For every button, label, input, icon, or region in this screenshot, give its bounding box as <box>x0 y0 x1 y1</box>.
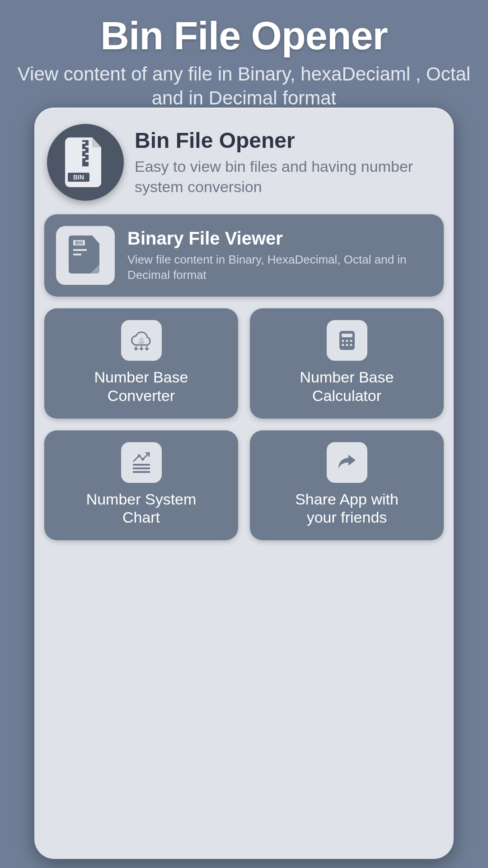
svg-rect-6 <box>85 160 89 162</box>
tile-label: Share App with your friends <box>295 490 399 527</box>
svg-rect-4 <box>85 153 89 155</box>
cloud-binary-icon: 10 010 <box>121 320 162 361</box>
file-bin-icon: BIN <box>56 226 115 285</box>
tile-label: Number Base Converter <box>94 368 188 405</box>
svg-rect-15 <box>342 334 352 337</box>
tile-number-base-calculator[interactable]: Number Base Calculator <box>250 308 444 419</box>
app-tagline: Easy to view bin files and having number… <box>135 156 441 196</box>
svg-point-19 <box>342 344 344 346</box>
share-icon <box>327 442 367 483</box>
svg-point-21 <box>350 344 352 346</box>
svg-rect-3 <box>82 149 85 151</box>
hero: Bin File Opener View content of any file… <box>0 0 488 110</box>
feature-text: Binary File Viewer View file content in … <box>127 228 432 283</box>
tile-share-app[interactable]: Share App with your friends <box>250 430 444 541</box>
chart-icon <box>121 442 162 483</box>
app-icon: BIN <box>47 124 124 201</box>
hero-title: Bin File Opener <box>0 13 488 59</box>
hero-subtitle: View content of any file in Binary, hexa… <box>0 62 488 110</box>
app-name: Bin File Opener <box>135 128 441 153</box>
svg-rect-24 <box>133 471 150 473</box>
calculator-icon <box>327 320 367 361</box>
svg-point-25 <box>138 454 141 457</box>
feature-binary-file-viewer[interactable]: BIN Binary File Viewer View file content… <box>44 214 444 297</box>
svg-rect-22 <box>133 464 150 466</box>
svg-point-16 <box>342 340 344 342</box>
svg-point-26 <box>141 458 144 461</box>
app-header-text: Bin File Opener Easy to view bin files a… <box>135 128 441 196</box>
svg-text:010: 010 <box>139 341 144 344</box>
bin-file-icon: BIN <box>65 137 106 187</box>
tile-grid: 10 010 Number Base Converter <box>44 308 444 540</box>
svg-rect-2 <box>85 146 89 147</box>
svg-rect-5 <box>82 156 85 158</box>
svg-point-20 <box>346 344 348 346</box>
svg-rect-10 <box>73 249 87 251</box>
tile-number-system-chart[interactable]: Number System Chart <box>44 430 238 541</box>
feature-title: Binary File Viewer <box>127 228 432 249</box>
feature-subtitle: View file content in Binary, HexaDecimal… <box>127 252 432 283</box>
app-header: BIN Bin File Opener Easy to view bin fil… <box>44 121 444 214</box>
svg-text:10: 10 <box>140 338 143 341</box>
svg-text:BIN: BIN <box>75 241 83 245</box>
svg-rect-11 <box>73 254 81 255</box>
svg-rect-23 <box>133 467 150 469</box>
tile-label: Number System Chart <box>86 490 197 527</box>
svg-point-17 <box>346 340 348 342</box>
bin-badge-text: BIN <box>73 174 84 181</box>
main-card: BIN Bin File Opener Easy to view bin fil… <box>34 108 454 859</box>
svg-point-18 <box>350 340 352 342</box>
svg-rect-1 <box>82 142 85 144</box>
tile-label: Number Base Calculator <box>300 368 394 405</box>
tile-number-base-converter[interactable]: 10 010 Number Base Converter <box>44 308 238 419</box>
